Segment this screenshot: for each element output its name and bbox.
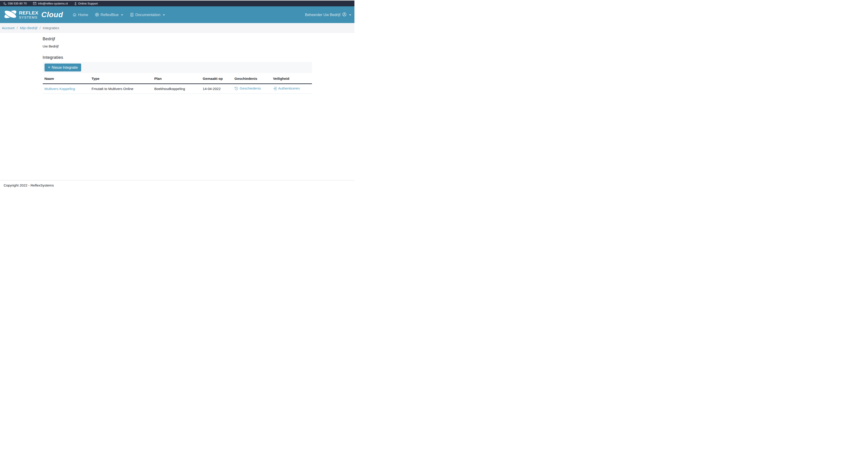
chevron-down-icon — [163, 14, 165, 15]
chevron-down-icon — [349, 14, 351, 15]
target-icon — [95, 13, 99, 17]
online-support-link[interactable]: Online Support — [74, 2, 98, 5]
support-person-icon — [74, 2, 77, 5]
page: 036 535 80 70 info@reflex-systems.nl Onl… — [0, 0, 354, 191]
table-header-row: Naam Type Plan Gemaakt op Geschiedenis V… — [43, 73, 312, 84]
authenticate-link-label: Authenticeren — [278, 86, 300, 90]
new-integration-button[interactable]: + Nieuw Integratie — [44, 64, 81, 71]
reflex-petals-logo — [3, 9, 18, 21]
integration-type: Fmuta6 to Multivers Online — [90, 84, 153, 94]
breadcrumb-account[interactable]: Account — [2, 26, 14, 30]
company-title: Bedrijf — [43, 36, 312, 41]
history-link-label: Geschiedenis — [240, 86, 261, 90]
integration-name-link[interactable]: Multivers Koppeling — [44, 87, 75, 91]
user-menu[interactable]: Beheerder Uw Bedrijf — [305, 12, 351, 18]
topbar-email-address: info@reflex-systems.nl — [38, 2, 68, 5]
brand-link[interactable]: REFLEX SYSTEMS Cloud — [3, 9, 63, 21]
history-icon — [235, 87, 238, 90]
breadcrumb-separator: / — [39, 26, 40, 30]
topbar-phone-number: 036 535 80 70 — [8, 2, 27, 5]
brand-line1: REFLEX — [19, 10, 38, 15]
nav-item-home[interactable]: Home — [72, 13, 88, 17]
nav-label-reflexblue: ReflexBlue — [101, 13, 119, 17]
integrations-title: Integraties — [43, 55, 312, 60]
breadcrumb: Account / Mijn Bedrijf / Integraties — [0, 23, 354, 33]
nav-item-reflexblue[interactable]: ReflexBlue — [95, 13, 123, 17]
breadcrumb-separator: / — [17, 26, 18, 30]
plus-icon: + — [48, 65, 51, 69]
integrations-table: Naam Type Plan Gemaakt op Geschiedenis V… — [43, 73, 312, 94]
topbar-email[interactable]: info@reflex-systems.nl — [33, 2, 68, 5]
topbar-phone[interactable]: 036 535 80 70 — [3, 2, 27, 5]
integration-created: 14-04-2022 — [201, 84, 233, 94]
main-content: Bedrijf Uw Bedrijf Integraties + Nieuw I… — [0, 33, 354, 180]
company-name: Uw Bedrijf — [43, 44, 312, 49]
book-icon — [130, 13, 134, 17]
breadcrumb-mijn-bedrijf[interactable]: Mijn Bedrijf — [20, 26, 37, 30]
authenticate-link[interactable]: Authenticeren — [273, 86, 300, 90]
integration-plan: Boekhoudkoppeling — [152, 84, 201, 94]
header: REFLEX SYSTEMS Cloud Home — [0, 6, 354, 23]
breadcrumb-current: Integraties — [43, 26, 59, 30]
footer: Copyright 2022 - ReflexSystems — [0, 180, 354, 191]
table-row: Multivers Koppeling Fmuta6 to Multivers … — [43, 84, 312, 94]
chevron-down-icon — [121, 14, 123, 15]
user-menu-label: Beheerder Uw Bedrijf — [305, 13, 340, 17]
integrations-toolbar: + Nieuw Integratie — [43, 62, 312, 73]
column-header-veiligheid: Veiligheid — [271, 73, 312, 84]
copyright-text: Copyright 2022 - ReflexSystems — [4, 183, 54, 187]
column-header-type: Type — [90, 73, 153, 84]
box-arrow-in-right-icon — [273, 87, 277, 90]
main-nav: Home ReflexBlue — [72, 13, 165, 17]
column-header-naam: Naam — [43, 73, 90, 84]
nav-label-documentation: Documentation — [135, 13, 160, 17]
home-icon — [72, 13, 76, 17]
envelope-icon — [33, 2, 36, 5]
online-support-label: Online Support — [78, 2, 98, 5]
column-header-geschiedenis: Geschiedenis — [232, 73, 271, 84]
history-link[interactable]: Geschiedenis — [235, 86, 261, 90]
brand-line2: SYSTEMS — [19, 15, 38, 19]
topbar: 036 535 80 70 info@reflex-systems.nl Onl… — [0, 1, 354, 6]
brand-text: REFLEX SYSTEMS — [19, 10, 38, 19]
person-circle-icon — [342, 12, 346, 18]
nav-label-home: Home — [78, 13, 88, 17]
column-header-gemaakt-op: Gemaakt op — [201, 73, 233, 84]
phone-icon — [3, 2, 6, 5]
column-header-plan: Plan — [152, 73, 201, 84]
brand-product: Cloud — [41, 10, 63, 19]
nav-item-documentation[interactable]: Documentation — [130, 13, 165, 17]
new-integration-button-label: Nieuw Integratie — [52, 66, 78, 70]
